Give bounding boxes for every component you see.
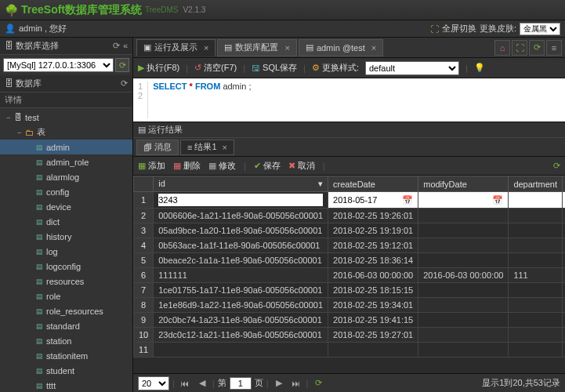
tree-item-表[interactable]: −🗀表 <box>0 125 132 140</box>
first-page-button[interactable]: ⏮ <box>178 376 192 390</box>
cell-eMail[interactable] <box>563 192 565 209</box>
cell-eMail[interactable] <box>563 328 565 343</box>
cell-id[interactable]: 0006606e-1a21-11e8-90a6-005056c00001 <box>154 209 328 223</box>
expander-icon[interactable]: − <box>6 114 14 122</box>
table-row[interactable]: 20006606e-1a21-11e8-90a6-005056c00001201… <box>134 209 566 223</box>
cell-eMail[interactable] <box>563 209 565 223</box>
cell-modifyDate[interactable] <box>418 253 509 268</box>
calendar-icon[interactable]: 📅 <box>492 195 503 205</box>
db-refresh-button[interactable]: ⟳ <box>115 58 129 72</box>
prev-page-button[interactable]: ◀ <box>195 376 209 390</box>
cell-eMail[interactable] <box>563 298 565 313</box>
cell-modifyDate[interactable] <box>418 298 509 313</box>
cell-department[interactable] <box>509 209 563 223</box>
tree-item-resources[interactable]: ▤resources <box>0 274 132 289</box>
cell-eMail[interactable] <box>563 238 565 253</box>
tree-item-tttt[interactable]: ▤tttt <box>0 378 132 392</box>
col-header-modifyDate[interactable]: modifyDate <box>418 176 509 192</box>
table-row[interactable]: 81e1e86d9-1a22-11e8-90a6-005056c00001201… <box>134 298 566 313</box>
cell-modifyDate[interactable] <box>418 209 509 223</box>
cell-createDate[interactable]: 2018-05-17📅 <box>328 192 418 209</box>
tree-item-station[interactable]: ▤station <box>0 333 132 348</box>
cell-id[interactable] <box>154 192 328 209</box>
cell-modifyDate[interactable] <box>418 283 509 298</box>
cell-eMail[interactable] <box>563 313 565 328</box>
cancel-rows-button[interactable]: ✖取消 <box>288 160 315 172</box>
more-button[interactable]: ≡ <box>546 40 562 56</box>
cell-eMail[interactable] <box>563 343 565 358</box>
cell-modifyDate[interactable] <box>418 328 509 343</box>
execute-button[interactable]: ▶执行(F8) <box>138 62 179 74</box>
expand-button[interactable]: ⛶ <box>512 40 527 56</box>
cell-eMail[interactable] <box>563 223 565 238</box>
tab-数据库配置[interactable]: ▤数据库配置× <box>217 39 296 56</box>
cell-id[interactable] <box>154 343 328 358</box>
cell-department[interactable] <box>509 313 563 328</box>
tab-close-icon[interactable]: × <box>371 43 376 53</box>
cell-id[interactable]: 0b563ace-1a1f-11e8-90a6-005056c00001 <box>154 238 328 253</box>
tree-item-logconfig[interactable]: ▤logconfig <box>0 259 132 274</box>
table-row[interactable]: 12018-05-17📅📅 <box>134 192 566 209</box>
fullscreen-label[interactable]: 全屏切换 <box>442 23 476 34</box>
tree-item-admin[interactable]: ▤admin <box>0 140 132 154</box>
col-header-eMail[interactable]: eMail <box>563 176 565 192</box>
cell-modifyDate[interactable] <box>418 343 509 358</box>
table-row[interactable]: 71ce01755-1a17-11e8-90a6-005056c00001201… <box>134 283 566 298</box>
cell-createDate[interactable] <box>328 343 418 358</box>
col-header-id[interactable]: id ▾ <box>154 176 328 192</box>
table-row[interactable]: 61111112016-06-03 00:00:002016-06-03 00:… <box>134 268 566 283</box>
page-number-input[interactable] <box>230 377 252 390</box>
cell-id[interactable]: 23dc0c12-1a21-11e8-90a6-005056c00001 <box>154 328 328 343</box>
cell-createDate[interactable]: 2018-02-25 18:36:14 <box>328 253 418 268</box>
cell-eMail[interactable] <box>563 253 565 268</box>
table-row[interactable]: 1023dc0c12-1a21-11e8-90a6-005056c0000120… <box>134 328 566 343</box>
result-refresh-icon[interactable]: ⟳ <box>553 161 560 171</box>
expander-icon[interactable]: − <box>17 129 25 136</box>
table-row[interactable]: 40b563ace-1a1f-11e8-90a6-005056c00001201… <box>134 238 566 253</box>
sql-text[interactable]: SELECT * FROM admin ; <box>153 82 251 118</box>
clear-button[interactable]: ↺清空(F7) <box>194 62 237 74</box>
col-header-createDate[interactable]: createDate <box>328 176 418 192</box>
db-panel-refresh-icon[interactable]: ⟳ <box>121 78 128 89</box>
panel-collapse-icon[interactable]: « <box>123 41 128 51</box>
panel-refresh-icon[interactable]: ⟳ <box>113 41 120 51</box>
cell-createDate[interactable]: 2016-06-03 00:00:00 <box>328 268 418 283</box>
add-row-button[interactable]: ▦添加 <box>138 160 165 172</box>
tree-item-test[interactable]: −🗄test <box>0 110 132 125</box>
cell-department[interactable] <box>509 192 563 209</box>
cell-department[interactable] <box>509 283 563 298</box>
cell-createDate[interactable]: 2018-02-25 19:41:15 <box>328 313 418 328</box>
tab-admin @test[interactable]: ▤admin @test× <box>299 39 383 56</box>
cell-createDate[interactable]: 2018-02-25 19:27:01 <box>328 328 418 343</box>
result-grid-wrap[interactable]: id ▾createDatemodifyDatedepartmenteMailf… <box>133 176 565 373</box>
tab-运行及展示[interactable]: ▣运行及展示× <box>136 39 215 56</box>
fullscreen-icon[interactable]: ⛶ <box>430 24 439 34</box>
next-page-button[interactable]: ▶ <box>272 376 286 390</box>
result-tab-结果1[interactable]: ≡结果1× <box>180 140 234 155</box>
cell-department[interactable] <box>509 298 563 313</box>
cell-department[interactable] <box>509 343 563 358</box>
skin-select[interactable]: 金属黑 <box>520 23 560 35</box>
table-row[interactable]: 920c0bc74-1a23-11e8-90a6-005056c00001201… <box>134 313 566 328</box>
cell-createDate[interactable]: 2018-02-25 19:34:01 <box>328 298 418 313</box>
cell-modifyDate[interactable] <box>418 313 509 328</box>
cell-id[interactable]: 1e1e86d9-1a22-11e8-90a6-005056c00001 <box>154 298 328 313</box>
last-page-button[interactable]: ⏭ <box>289 376 303 390</box>
sql-editor[interactable]: 12 SELECT * FROM admin ; <box>133 78 565 122</box>
tree-item-admin_role[interactable]: ▤admin_role <box>0 154 132 169</box>
cell-department[interactable] <box>509 238 563 253</box>
tree-item-alarmlog[interactable]: ▤alarmlog <box>0 169 132 184</box>
cell-department[interactable] <box>509 253 563 268</box>
cell-id-input[interactable] <box>158 194 323 206</box>
cell-modifyDate[interactable]: 2016-06-03 00:00:00 <box>418 268 509 283</box>
tree-item-config[interactable]: ▤config <box>0 184 132 199</box>
cell-department[interactable] <box>509 328 563 343</box>
rtab-close-icon[interactable]: × <box>223 143 227 152</box>
cell-eMail[interactable] <box>563 283 565 298</box>
cell-id[interactable]: 0beace2c-1a1a-11e8-90a6-005056c00001 <box>154 253 328 268</box>
table-row[interactable]: 11 <box>134 343 566 358</box>
cell-createDate[interactable]: 2018-02-25 19:26:01 <box>328 209 418 223</box>
db-connection-select[interactable]: [MySql] 127.0.0.1:3306 <box>3 58 114 72</box>
result-tab-消息[interactable]: 🗐消息 <box>136 140 179 155</box>
cell-id[interactable]: 111111 <box>154 268 328 283</box>
